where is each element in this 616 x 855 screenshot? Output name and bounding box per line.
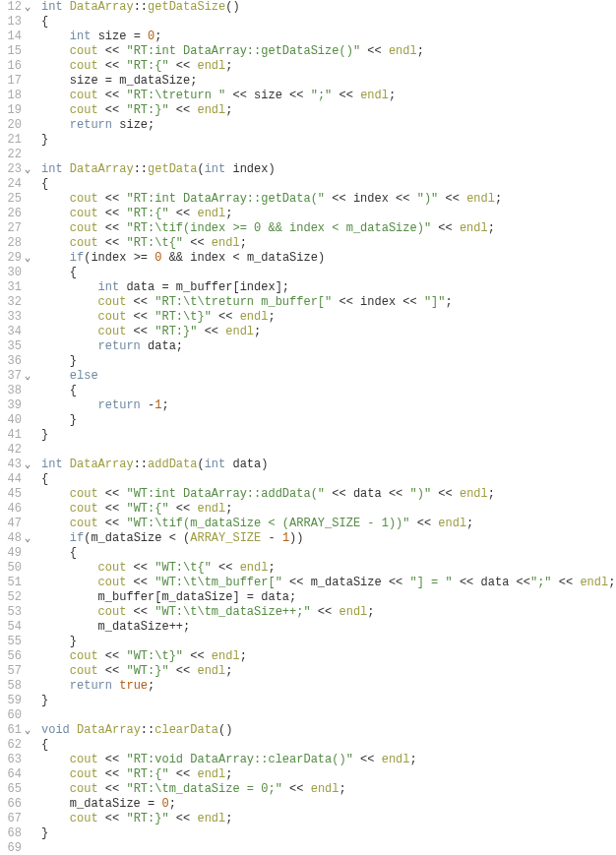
- token-punct: [63, 458, 70, 471]
- token-punct: <<: [98, 767, 127, 781]
- gutter-row: 30: [0, 266, 33, 280]
- line-gutter: 12⌄1314151617181920212223⌄242526272829⌄3…: [0, 0, 37, 855]
- code-line[interactable]: cout << "WT:\t\tm_buffer[" << m_dataSize…: [41, 576, 616, 590]
- code-line[interactable]: m_dataSize = 0;: [41, 797, 616, 812]
- code-line[interactable]: int DataArray::getData(int index): [41, 162, 616, 177]
- code-line[interactable]: {: [41, 266, 616, 280]
- line-number: 29: [0, 251, 22, 266]
- line-number: 56: [0, 649, 22, 664]
- token-punct: )): [289, 531, 303, 545]
- code-line[interactable]: cout << "RT:\t}" << endl;: [41, 310, 616, 325]
- code-line[interactable]: cout << "RT:int DataArray::getData(" << …: [41, 192, 616, 207]
- code-line[interactable]: [41, 708, 616, 723]
- code-line[interactable]: [41, 841, 616, 855]
- code-line[interactable]: cout << "RT:\tm_dataSize = 0;" << endl;: [41, 782, 616, 797]
- token-punct: [41, 44, 70, 58]
- code-line[interactable]: cout << "RT:{" << endl;: [41, 59, 616, 74]
- token-punct: <<: [382, 487, 410, 501]
- token-punct: [41, 517, 70, 530]
- code-line[interactable]: cout << "RT:\t{" << endl;: [41, 236, 616, 251]
- code-line[interactable]: cout << "WT:{" << endl;: [41, 502, 616, 517]
- token-punct: ;: [608, 576, 615, 589]
- code-line[interactable]: if(index >= 0 && index < m_dataSize): [41, 251, 616, 266]
- token-punct: }: [41, 133, 48, 147]
- code-line[interactable]: cout << "RT:}" << endl;: [41, 325, 616, 339]
- code-line[interactable]: cout << "RT:}" << endl;: [41, 103, 616, 118]
- token-var: data: [232, 458, 261, 471]
- code-line[interactable]: cout << "RT:\tif(index >= 0 && index < m…: [41, 221, 616, 236]
- fold-toggle-icon[interactable]: ⌄: [22, 531, 33, 546]
- token-var: data: [126, 280, 154, 294]
- code-line[interactable]: }: [41, 354, 616, 369]
- code-line[interactable]: if(m_dataSize < (ARRAY_SIZE - 1)): [41, 531, 616, 546]
- token-punct: <<: [431, 487, 460, 501]
- code-line[interactable]: }: [41, 635, 616, 649]
- code-line[interactable]: int size = 0;: [41, 30, 616, 44]
- code-line[interactable]: size = m_dataSize;: [41, 74, 616, 89]
- code-line[interactable]: cout << "RT:int DataArray::getDataSize()…: [41, 44, 616, 59]
- code-line[interactable]: }: [41, 826, 616, 841]
- code-line[interactable]: else: [41, 369, 616, 384]
- token-punct: <: [225, 251, 247, 265]
- fold-toggle-icon[interactable]: ⌄: [22, 251, 33, 266]
- code-line[interactable]: int DataArray::getDataSize(): [41, 0, 616, 15]
- fold-toggle-icon[interactable]: ⌄: [22, 162, 33, 177]
- code-line[interactable]: }: [41, 694, 616, 708]
- code-line[interactable]: return data;: [41, 339, 616, 354]
- code-line[interactable]: cout << "WT:\t}" << endl;: [41, 649, 616, 664]
- code-line[interactable]: {: [41, 15, 616, 30]
- code-line[interactable]: cout << "WT:\t\tm_dataSize++;" << endl;: [41, 605, 616, 620]
- gutter-row: 53: [0, 605, 33, 620]
- code-line[interactable]: cout << "WT:\tif(m_dataSize < (ARRAY_SIZ…: [41, 517, 616, 531]
- token-punct: ::: [134, 162, 148, 176]
- code-area[interactable]: int DataArray::getDataSize(){ int size =…: [37, 0, 616, 855]
- code-line[interactable]: cout << "WT:\t{" << endl;: [41, 561, 616, 576]
- code-line[interactable]: {: [41, 384, 616, 398]
- code-line[interactable]: m_buffer[m_dataSize] = data;: [41, 590, 616, 605]
- code-line[interactable]: cout << "RT:void DataArray::clearData()"…: [41, 753, 616, 767]
- token-punct: <<: [282, 782, 311, 796]
- code-line[interactable]: return -1;: [41, 398, 616, 413]
- code-line[interactable]: cout << "RT:}" << endl;: [41, 812, 616, 826]
- token-str: ")": [417, 192, 439, 206]
- code-line[interactable]: }: [41, 133, 616, 148]
- code-line[interactable]: {: [41, 738, 616, 753]
- token-var: index: [190, 251, 225, 265]
- fold-toggle-icon[interactable]: ⌄: [22, 369, 33, 384]
- token-var: data: [261, 590, 289, 604]
- code-line[interactable]: cout << "RT:\t\treturn m_buffer[" << ind…: [41, 295, 616, 310]
- fold-toggle-icon[interactable]: ⌄: [22, 0, 33, 15]
- code-line[interactable]: return true;: [41, 679, 616, 694]
- code-line[interactable]: m_dataSize++;: [41, 620, 616, 635]
- code-line[interactable]: cout << "RT:\treturn " << size << ";" <<…: [41, 89, 616, 103]
- gutter-row: 13: [0, 15, 33, 30]
- token-punct: ;: [268, 310, 275, 324]
- code-line[interactable]: void DataArray::clearData(): [41, 723, 616, 738]
- token-type: cout: [70, 649, 98, 663]
- code-line[interactable]: }: [41, 428, 616, 443]
- line-number: 24: [0, 177, 22, 192]
- code-line[interactable]: {: [41, 546, 616, 561]
- code-line[interactable]: int DataArray::addData(int data): [41, 458, 616, 472]
- code-line[interactable]: [41, 443, 616, 458]
- code-line[interactable]: int data = m_buffer[index];: [41, 280, 616, 295]
- code-line[interactable]: cout << "RT:{" << endl;: [41, 767, 616, 782]
- code-line[interactable]: {: [41, 177, 616, 192]
- line-number: 51: [0, 576, 22, 590]
- code-line[interactable]: cout << "WT:}" << endl;: [41, 664, 616, 679]
- code-line[interactable]: [41, 148, 616, 162]
- token-punct: [41, 561, 98, 575]
- code-line[interactable]: cout << "RT:{" << endl;: [41, 207, 616, 221]
- code-line[interactable]: return size;: [41, 118, 616, 133]
- line-number: 68: [0, 826, 22, 841]
- fold-toggle-icon[interactable]: ⌄: [22, 723, 33, 738]
- fold-toggle-icon[interactable]: ⌄: [22, 458, 33, 472]
- line-number: 41: [0, 428, 22, 443]
- token-punct: [41, 221, 70, 235]
- token-punct: ;: [154, 30, 161, 43]
- code-line[interactable]: {: [41, 472, 616, 487]
- token-punct: <<: [169, 103, 198, 117]
- code-line[interactable]: }: [41, 413, 616, 428]
- gutter-row: 29⌄: [0, 251, 33, 266]
- code-line[interactable]: cout << "WT:int DataArray::addData(" << …: [41, 487, 616, 502]
